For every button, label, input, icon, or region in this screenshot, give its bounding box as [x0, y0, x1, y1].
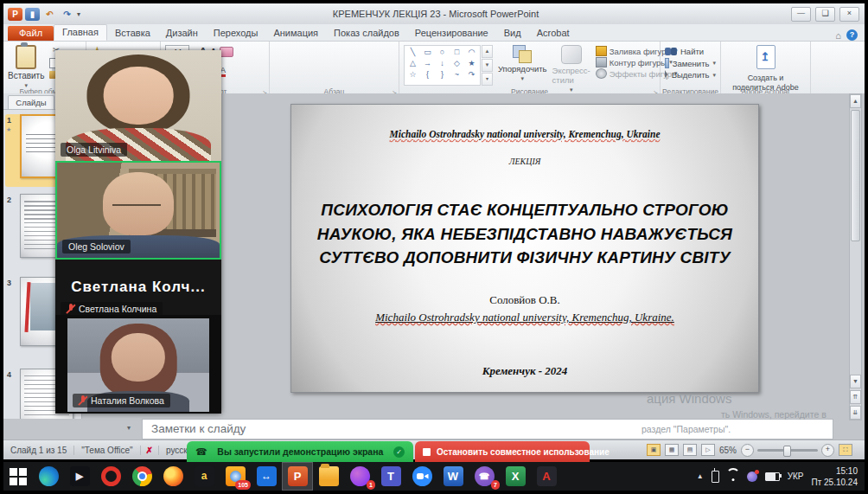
- slide-title-text[interactable]: ПСИХОЛОГІЯ СТАЄ КОНЦЕПТУАЛЬНО СТРОГОЮ НА…: [309, 198, 741, 270]
- shapes-gallery[interactable]: ╲ ▭ ○ □ ◠ △ → ↓ ◇ ★ ☆ { }: [404, 45, 481, 86]
- tab-animations[interactable]: Анимация: [265, 26, 326, 41]
- paste-button[interactable]: Вставить ▾: [8, 45, 44, 89]
- tab-transitions[interactable]: Переходы: [206, 26, 266, 41]
- participant-video-natalia[interactable]: Наталия Волкова: [67, 318, 209, 412]
- tab-insert[interactable]: Вставка: [107, 26, 158, 41]
- help-icon[interactable]: ?: [846, 29, 858, 41]
- maximize-button[interactable]: ❑: [815, 7, 835, 22]
- line-spacing-icon[interactable]: [309, 45, 314, 48]
- minimize-button[interactable]: —: [791, 7, 811, 22]
- notes-collapse-icon[interactable]: ▾: [127, 424, 131, 432]
- firefox-icon[interactable]: [157, 462, 188, 491]
- participant-novideo-svetlana[interactable]: Светлана Колч... Светлана Колчина: [55, 260, 221, 315]
- shape-icon[interactable]: ☆: [405, 69, 420, 80]
- scroll-up-icon[interactable]: ▲: [850, 94, 861, 108]
- align-left-icon[interactable]: [274, 54, 279, 57]
- word-icon[interactable]: W: [437, 462, 469, 491]
- tab-acrobat[interactable]: Acrobat: [529, 26, 578, 41]
- tab-file[interactable]: Файл: [8, 26, 54, 41]
- shape-icon[interactable]: □: [450, 47, 464, 58]
- slide-footer-text[interactable]: Кременчук - 2024: [291, 364, 758, 378]
- previous-slide-icon[interactable]: ⇈: [850, 390, 861, 404]
- tab-review[interactable]: Рецензирование: [407, 26, 496, 41]
- align-right-icon[interactable]: [291, 54, 297, 57]
- hidden-icons-chevron-icon[interactable]: ▲: [697, 472, 704, 480]
- zoom-app-icon[interactable]: [406, 462, 437, 491]
- slide-header-text[interactable]: Michailo Ostrohradsky national universit…: [291, 129, 758, 139]
- acrobat-icon[interactable]: A: [531, 462, 562, 491]
- zoom-out-icon[interactable]: −: [741, 444, 754, 457]
- shape-icon[interactable]: →: [420, 58, 435, 69]
- teamviewer-icon[interactable]: ↔: [251, 462, 282, 491]
- arrange-button[interactable]: Упорядочить ▾: [498, 45, 547, 82]
- decrease-indent-icon[interactable]: [291, 45, 297, 48]
- replace-button[interactable]: Заменить ▾: [665, 58, 716, 68]
- slide-author-text[interactable]: Соловйов О.В.: [291, 293, 758, 307]
- participant-video-olga[interactable]: Olga Litviniva: [55, 50, 221, 161]
- kmplayer-icon[interactable]: ▶: [64, 462, 95, 491]
- scroll-down-icon[interactable]: ▼: [850, 375, 861, 388]
- shapes-more-icon[interactable]: ▾: [482, 73, 493, 86]
- normal-view-icon[interactable]: ▣: [647, 444, 661, 456]
- spell-check-icon[interactable]: ✗: [141, 446, 159, 455]
- select-button[interactable]: Выделить ▾: [665, 70, 716, 80]
- participant-video-oleg-active-speaker[interactable]: Oleg Soloviov: [55, 161, 221, 260]
- taskbar-clock[interactable]: 15:10 Пт 25.10.24: [812, 465, 858, 488]
- columns-icon[interactable]: [309, 54, 314, 57]
- viber-icon[interactable]: ☎7: [469, 462, 500, 491]
- shapes-scroll-down-icon[interactable]: ▼: [482, 59, 493, 72]
- shape-icon[interactable]: ○: [435, 47, 450, 58]
- wifi-icon[interactable]: [727, 472, 739, 481]
- next-slide-icon[interactable]: ⇊: [850, 406, 861, 420]
- quick-styles-button[interactable]: Экспресс-стили ▾: [552, 45, 590, 93]
- redo-icon[interactable]: ↷: [60, 8, 74, 21]
- shape-icon[interactable]: ↓: [435, 58, 450, 69]
- shape-icon[interactable]: ↷: [464, 69, 479, 80]
- excel-icon[interactable]: X: [500, 462, 531, 491]
- opera-icon[interactable]: [95, 462, 126, 491]
- zoom-percentage[interactable]: 65%: [719, 446, 737, 455]
- numbering-icon[interactable]: [283, 45, 288, 48]
- zoom-in-icon[interactable]: +: [821, 444, 834, 457]
- reading-view-icon[interactable]: ▤: [683, 444, 697, 456]
- find-button[interactable]: Найти: [665, 47, 716, 56]
- slideshow-view-icon[interactable]: ▷: [701, 444, 715, 456]
- usb-device-icon[interactable]: [712, 471, 719, 483]
- zoom-slider-handle[interactable]: [783, 446, 791, 457]
- shape-icon[interactable]: △: [405, 58, 420, 69]
- notes-pane[interactable]: Заметки к слайду: [142, 419, 833, 439]
- slide[interactable]: Michailo Ostrohradsky national universit…: [290, 104, 759, 393]
- shape-icon[interactable]: ╲: [405, 47, 420, 58]
- shape-icon[interactable]: ~: [450, 69, 464, 80]
- chrome-icon[interactable]: [126, 462, 157, 491]
- vertical-scrollbar[interactable]: ▲ ▼ ⇈ ⇊: [849, 93, 862, 420]
- slide-sorter-view-icon[interactable]: ▦: [665, 444, 679, 456]
- zoom-slider[interactable]: − +: [741, 444, 834, 457]
- fit-to-window-icon[interactable]: ⛶: [839, 444, 852, 456]
- justify-icon[interactable]: [300, 54, 305, 57]
- powerpoint-taskbar-icon[interactable]: P: [282, 462, 313, 491]
- slide-lecture-text[interactable]: ЛЕКЦІЯ: [291, 157, 758, 166]
- close-button[interactable]: ×: [839, 7, 859, 22]
- teams-icon[interactable]: T: [375, 462, 406, 491]
- shape-icon[interactable]: ◇: [450, 58, 464, 69]
- orange-app-icon[interactable]: 105: [220, 462, 251, 491]
- shape-icon[interactable]: ◠: [464, 47, 479, 58]
- aimp-icon[interactable]: a: [188, 462, 220, 491]
- file-explorer-icon[interactable]: [313, 462, 344, 491]
- stop-share-button[interactable]: Остановить совместное использование: [415, 441, 590, 462]
- slide-affiliation-text[interactable]: Michailo Ostrohradsky national universit…: [291, 311, 758, 324]
- messenger-app-icon[interactable]: 1: [344, 462, 375, 491]
- save-icon[interactable]: ▮: [25, 8, 40, 21]
- shape-icon[interactable]: {: [420, 69, 435, 80]
- home-icon[interactable]: ⌂: [835, 30, 841, 41]
- bullets-icon[interactable]: [274, 45, 279, 48]
- clear-formatting-icon[interactable]: [220, 47, 233, 57]
- edge-icon[interactable]: [33, 462, 64, 491]
- battery-icon[interactable]: [765, 472, 780, 481]
- shape-icon[interactable]: ★: [464, 58, 479, 69]
- slides-tab[interactable]: Слайды: [8, 95, 54, 110]
- align-center-icon[interactable]: [283, 54, 288, 57]
- shape-icon[interactable]: ▭: [420, 47, 435, 58]
- scrollbar-thumb[interactable]: [851, 110, 860, 241]
